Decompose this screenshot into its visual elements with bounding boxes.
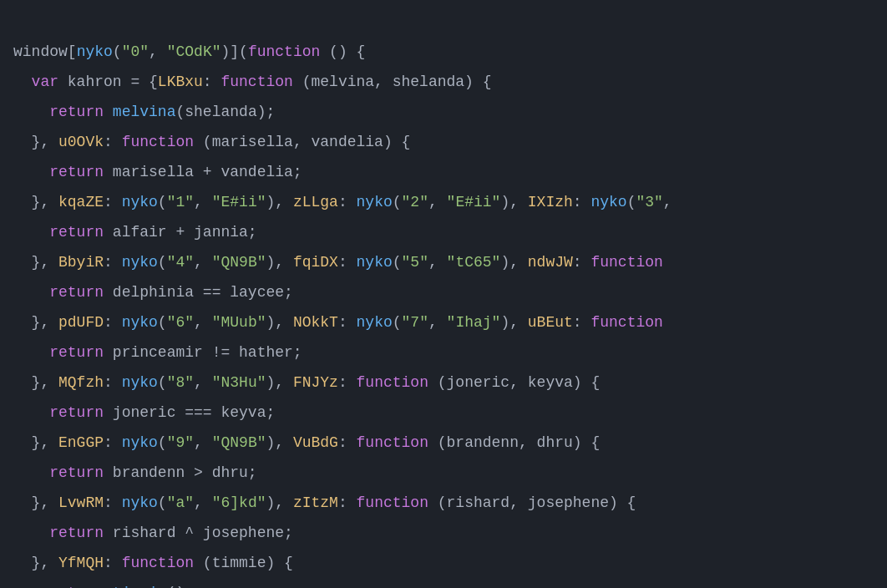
code-display: window[nyko("0", "COdK")](function () { … (0, 0, 887, 588)
code-line-1: window[nyko("0", "COdK")](function () { … (13, 43, 672, 588)
